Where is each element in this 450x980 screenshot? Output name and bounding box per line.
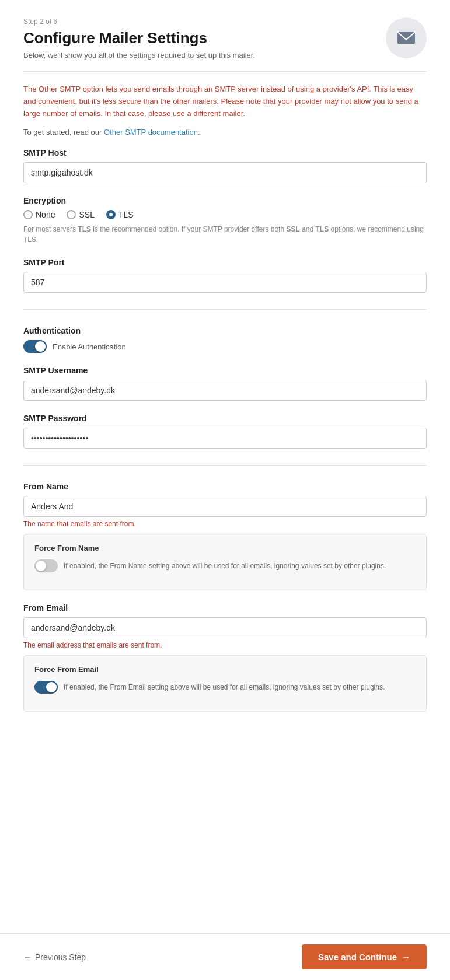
section-divider-2 <box>23 465 427 466</box>
authentication-label: Authentication <box>23 326 427 335</box>
radio-ssl[interactable]: SSL <box>67 210 94 219</box>
auth-toggle[interactable] <box>23 340 47 353</box>
encryption-label: Encryption <box>23 196 427 205</box>
doc-prefix: To get started, read our <box>23 128 104 136</box>
radio-tls[interactable]: TLS <box>106 210 134 219</box>
doc-link-row: To get started, read our Other SMTP docu… <box>23 128 427 136</box>
authentication-group: Authentication Enable Authentication <box>23 326 427 353</box>
force-from-email-toggle[interactable] <box>34 681 58 694</box>
smtp-port-group: SMTP Port <box>23 258 427 293</box>
radio-none-circle <box>23 210 33 219</box>
radio-ssl-label: SSL <box>79 210 94 219</box>
smtp-password-label: SMTP Password <box>23 414 427 423</box>
from-email-input[interactable] <box>23 617 427 638</box>
force-from-name-desc: If enabled, the From Name setting above … <box>64 561 386 571</box>
force-from-name-toggle[interactable] <box>34 559 58 572</box>
encryption-radio-group: None SSL TLS <box>23 210 427 219</box>
radio-none[interactable]: None <box>23 210 55 219</box>
footer: ← Previous Step Save and Continue → <box>0 933 450 980</box>
auth-toggle-row: Enable Authentication <box>23 340 427 353</box>
previous-step-button[interactable]: ← Previous Step <box>23 953 86 962</box>
encryption-hint: For most servers TLS is the recommended … <box>23 224 427 245</box>
radio-none-label: None <box>36 210 55 219</box>
force-from-name-knob <box>36 561 46 571</box>
info-text: The Other SMTP option lets you send emai… <box>23 83 427 120</box>
page-subtitle: Below, we'll show you all of the setting… <box>23 51 255 60</box>
auth-toggle-label: Enable Authentication <box>53 342 126 351</box>
info-highlight: The Other SMTP option lets you send emai… <box>23 85 418 118</box>
radio-tls-label: TLS <box>118 210 134 219</box>
prev-arrow-icon: ← <box>23 953 32 962</box>
save-btn-label: Save and Continue <box>318 952 397 962</box>
force-from-name-box: Force From Name If enabled, the From Nam… <box>23 534 427 590</box>
force-from-email-knob <box>46 682 57 692</box>
force-from-email-desc: If enabled, the From Email setting above… <box>64 682 385 692</box>
section-divider-1 <box>23 309 427 310</box>
header-divider <box>23 71 427 72</box>
smtp-password-group: SMTP Password <box>23 414 427 449</box>
smtp-port-label: SMTP Port <box>23 258 427 267</box>
smtp-host-group: SMTP Host <box>23 148 427 183</box>
force-from-email-title: Force From Email <box>34 665 416 674</box>
from-name-input[interactable] <box>23 496 427 517</box>
from-name-hint: The name that emails are sent from. <box>23 520 427 528</box>
doc-link[interactable]: Other SMTP documentation <box>104 128 198 136</box>
from-email-hint: The email address that emails are sent f… <box>23 641 427 649</box>
force-from-name-toggle-row: If enabled, the From Name setting above … <box>34 559 416 572</box>
page-title: Configure Mailer Settings <box>23 29 255 47</box>
step-label: Step 2 of 6 <box>23 18 255 26</box>
save-continue-button[interactable]: Save and Continue → <box>302 944 427 970</box>
smtp-username-label: SMTP Username <box>23 366 427 375</box>
from-name-group: From Name The name that emails are sent … <box>23 482 427 590</box>
auth-toggle-knob <box>35 341 46 352</box>
prev-btn-label: Previous Step <box>35 953 86 962</box>
smtp-host-input[interactable] <box>23 162 427 183</box>
page-header: Step 2 of 6 Configure Mailer Settings Be… <box>23 18 427 60</box>
force-from-name-title: Force From Name <box>34 544 416 552</box>
smtp-password-input[interactable] <box>23 428 427 449</box>
save-arrow-icon: → <box>402 952 410 962</box>
force-from-email-box: Force From Email If enabled, the From Em… <box>23 655 427 712</box>
radio-ssl-circle <box>67 210 76 219</box>
smtp-username-input[interactable] <box>23 380 427 401</box>
from-email-group: From Email The email address that emails… <box>23 603 427 712</box>
from-email-label: From Email <box>23 603 427 612</box>
doc-suffix: . <box>198 128 200 136</box>
smtp-host-label: SMTP Host <box>23 148 427 158</box>
force-from-email-toggle-row: If enabled, the From Email setting above… <box>34 681 416 694</box>
smtp-username-group: SMTP Username <box>23 366 427 401</box>
mail-icon-circle <box>386 18 427 58</box>
encryption-group: Encryption None SSL TLS For most servers… <box>23 196 427 245</box>
smtp-port-input[interactable] <box>23 272 427 293</box>
radio-tls-circle <box>106 210 116 219</box>
mail-icon <box>396 27 417 48</box>
from-name-label: From Name <box>23 482 427 491</box>
